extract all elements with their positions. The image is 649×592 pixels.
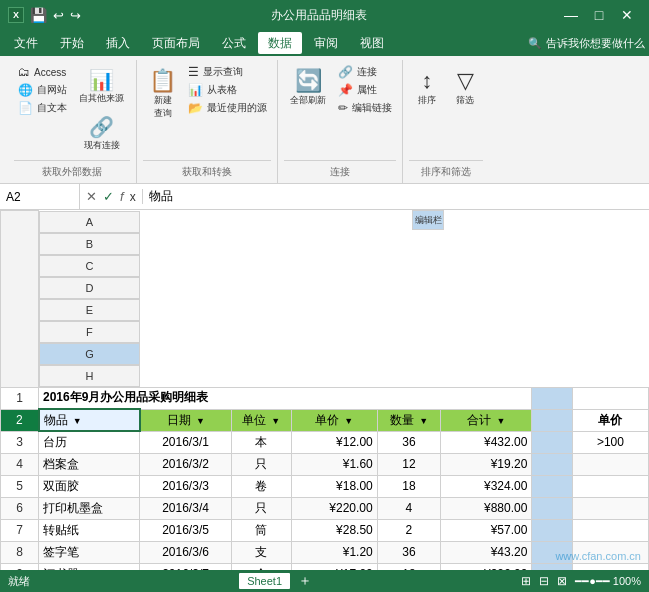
menu-review[interactable]: 审阅	[304, 32, 348, 54]
cell-h1[interactable]	[572, 387, 648, 409]
header-price[interactable]: 单价 ▼	[291, 409, 377, 431]
cell-b8[interactable]: 2016/3/6	[140, 541, 231, 563]
row-num-3[interactable]: 3	[1, 431, 39, 453]
formula-cancel-icon[interactable]: ✕	[86, 189, 97, 204]
cell-h7[interactable]	[572, 519, 648, 541]
row-num-8[interactable]: 8	[1, 541, 39, 563]
header-unit[interactable]: 单位 ▼	[231, 409, 291, 431]
cell-g6[interactable]	[532, 497, 573, 519]
edit-links-button[interactable]: ✏ 编辑链接	[334, 100, 396, 116]
page-layout-icon[interactable]: ⊟	[539, 574, 549, 588]
cell-b3[interactable]: 2016/3/1	[140, 431, 231, 453]
menu-page-layout[interactable]: 页面布局	[142, 32, 210, 54]
cell-e3[interactable]: 36	[377, 431, 440, 453]
cell-g4[interactable]	[532, 453, 573, 475]
access-button[interactable]: 🗂 Access	[14, 64, 71, 80]
cell-f5[interactable]: ¥324.00	[441, 475, 532, 497]
add-sheet-icon[interactable]: ＋	[298, 572, 312, 590]
col-header-f[interactable]: F	[39, 321, 140, 343]
cell-f4[interactable]: ¥19.20	[441, 453, 532, 475]
col-header-b[interactable]: B	[39, 233, 140, 255]
formula-input[interactable]: 物品	[143, 184, 649, 209]
cell-e6[interactable]: 4	[377, 497, 440, 519]
cell-a7[interactable]: 转贴纸	[39, 519, 140, 541]
cell-e5[interactable]: 18	[377, 475, 440, 497]
cell-h6[interactable]	[572, 497, 648, 519]
cell-f6[interactable]: ¥880.00	[441, 497, 532, 519]
cell-h5[interactable]	[572, 475, 648, 497]
sort-button[interactable]: ↕ 排序	[409, 64, 445, 111]
refresh-all-button[interactable]: 🔄 全部刷新	[284, 64, 332, 111]
menu-insert[interactable]: 插入	[96, 32, 140, 54]
col-header-h[interactable]: H	[39, 365, 140, 387]
menu-data[interactable]: 数据	[258, 32, 302, 54]
header-item[interactable]: 物品 ▼	[39, 409, 140, 431]
menu-home[interactable]: 开始	[50, 32, 94, 54]
cell-h4[interactable]	[572, 453, 648, 475]
cell-g2[interactable]	[532, 409, 573, 431]
cell-b5[interactable]: 2016/3/3	[140, 475, 231, 497]
new-query-button[interactable]: 📋 新建查询	[143, 64, 182, 124]
normal-view-icon[interactable]: ⊞	[521, 574, 531, 588]
recent-sources-button[interactable]: 📂 最近使用的源	[184, 100, 271, 116]
cell-e8[interactable]: 36	[377, 541, 440, 563]
cell-f8[interactable]: ¥43.20	[441, 541, 532, 563]
row-num-2[interactable]: 2	[1, 409, 39, 431]
col-header-d[interactable]: D	[39, 277, 140, 299]
cell-g7[interactable]	[532, 519, 573, 541]
row-num-4[interactable]: 4	[1, 453, 39, 475]
close-button[interactable]: ✕	[613, 0, 641, 30]
quick-save-icon[interactable]: 💾	[30, 7, 47, 23]
menu-file[interactable]: 文件	[4, 32, 48, 54]
header-qty[interactable]: 数量 ▼	[377, 409, 440, 431]
sheet-tab[interactable]: Sheet1	[239, 573, 290, 589]
cell-d4[interactable]: ¥1.60	[291, 453, 377, 475]
maximize-button[interactable]: □	[585, 0, 613, 30]
spreadsheet-title[interactable]: 2016年9月办公用品采购明细表	[39, 387, 532, 409]
col-header-e[interactable]: E	[39, 299, 140, 321]
cell-b7[interactable]: 2016/3/5	[140, 519, 231, 541]
properties-button[interactable]: 📌 属性	[334, 82, 396, 98]
web-button[interactable]: 🌐 自网站	[14, 82, 71, 98]
cell-a5[interactable]: 双面胶	[39, 475, 140, 497]
cell-d8[interactable]: ¥1.20	[291, 541, 377, 563]
cell-c6[interactable]: 只	[231, 497, 291, 519]
cell-g5[interactable]	[532, 475, 573, 497]
menu-view[interactable]: 视图	[350, 32, 394, 54]
text-button[interactable]: 📄 自文本	[14, 100, 71, 116]
page-break-icon[interactable]: ⊠	[557, 574, 567, 588]
existing-connections-button[interactable]: 🔗 现有连接	[73, 111, 130, 156]
header-date[interactable]: 日期 ▼	[140, 409, 231, 431]
cell-a3[interactable]: 台历	[39, 431, 140, 453]
cell-reference[interactable]: A2	[0, 184, 80, 209]
row-num-1[interactable]: 1	[1, 387, 39, 409]
cell-e4[interactable]: 12	[377, 453, 440, 475]
row-num-5[interactable]: 5	[1, 475, 39, 497]
col-header-g[interactable]: G	[39, 343, 140, 365]
from-table-button[interactable]: 📊 从表格	[184, 82, 271, 98]
cell-c7[interactable]: 筒	[231, 519, 291, 541]
cell-e7[interactable]: 2	[377, 519, 440, 541]
cell-d5[interactable]: ¥18.00	[291, 475, 377, 497]
formula-function-icon[interactable]: f	[120, 189, 124, 204]
header-price2[interactable]: 单价	[572, 409, 648, 431]
zoom-slider[interactable]: ━━●━━ 100%	[575, 575, 641, 588]
cell-a8[interactable]: 签字笔	[39, 541, 140, 563]
col-header-a[interactable]: A	[39, 211, 140, 233]
minimize-button[interactable]: —	[557, 0, 585, 30]
cell-g1[interactable]	[532, 387, 573, 409]
cell-a4[interactable]: 档案盒	[39, 453, 140, 475]
cell-b4[interactable]: 2016/3/2	[140, 453, 231, 475]
redo-icon[interactable]: ↪	[70, 8, 81, 23]
other-sources-button[interactable]: 📊 自其他来源	[73, 64, 130, 109]
show-query-button[interactable]: ☰ 显示查询	[184, 64, 271, 80]
cell-f7[interactable]: ¥57.00	[441, 519, 532, 541]
cell-d6[interactable]: ¥220.00	[291, 497, 377, 519]
menu-formula[interactable]: 公式	[212, 32, 256, 54]
help-placeholder[interactable]: 告诉我你想要做什么	[546, 36, 645, 51]
row-num-6[interactable]: 6	[1, 497, 39, 519]
cell-b6[interactable]: 2016/3/4	[140, 497, 231, 519]
cell-g3[interactable]	[532, 431, 573, 453]
col-header-c[interactable]: C	[39, 255, 140, 277]
cell-c5[interactable]: 卷	[231, 475, 291, 497]
